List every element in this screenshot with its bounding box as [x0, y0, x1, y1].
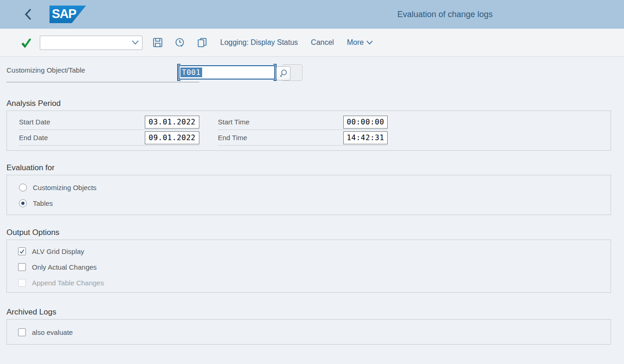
object-table-input[interactable]: T001	[179, 65, 275, 80]
end-time-input[interactable]: 14:42:31	[343, 131, 388, 144]
page-title: Evaluation of change logs	[397, 10, 493, 19]
selection-screen: Customizing Object/Table T001 Analysis P…	[0, 57, 624, 345]
more-label: More	[347, 38, 364, 47]
back-chevron-icon	[25, 8, 32, 20]
radio-icon[interactable]	[19, 184, 27, 191]
start-time-input[interactable]: 00:00:00	[343, 116, 388, 129]
back-button[interactable]	[21, 7, 35, 22]
checkbox-icon[interactable]	[18, 328, 26, 336]
toolbar: Logging: Display Status Cancel More	[0, 29, 624, 57]
label-underline	[6, 82, 199, 82]
start-date-label: Start Date	[19, 118, 145, 126]
selected-input-text: T001	[180, 68, 202, 77]
search-icon	[279, 69, 288, 78]
end-date-label: End Date	[19, 134, 145, 142]
object-table-row: Customizing Object/Table T001	[6, 57, 611, 86]
checkbox-label: Append Table Changes	[32, 279, 104, 287]
chevron-down-icon	[366, 40, 373, 45]
value-help-button[interactable]	[276, 66, 290, 80]
output-options-title: Output Options	[6, 228, 611, 237]
checkbox-icon[interactable]	[18, 263, 26, 271]
evaluation-for-box: Customizing Objects Tables	[6, 175, 611, 215]
save-icon[interactable]	[153, 37, 163, 48]
checkbox-label: Only Actual Changes	[32, 263, 97, 271]
analysis-period-left-column: Start Date 03.01.2022 End Date 09.01.202…	[19, 114, 199, 150]
analysis-period-title: Analysis Period	[6, 99, 611, 108]
start-date-input[interactable]: 03.01.2022	[145, 116, 199, 129]
output-options-box: ALV Grid Display Only Actual Changes App…	[6, 240, 611, 293]
start-time-label: Start Time	[218, 118, 343, 126]
checkbox-only-actual-changes[interactable]: Only Actual Changes	[18, 259, 611, 275]
logging-display-status-button[interactable]: Logging: Display Status	[220, 38, 298, 47]
radio-label: Tables	[33, 199, 53, 207]
analysis-period-right-column: Start Time 00:00:00 End Time 14:42:31	[218, 114, 388, 150]
checkbox-label: also evaluate	[32, 328, 73, 336]
cancel-button[interactable]: Cancel	[311, 38, 334, 47]
radio-tables[interactable]: Tables	[19, 195, 611, 211]
radio-customizing-objects[interactable]: Customizing Objects	[19, 179, 611, 195]
sap-logo: SAP	[49, 6, 86, 23]
command-input[interactable]	[40, 36, 126, 49]
archived-logs-title: Archived Logs	[6, 308, 611, 317]
app-header: SAP Evaluation of change logs	[0, 0, 624, 29]
chevron-down-icon[interactable]	[132, 40, 139, 45]
evaluation-for-title: Evaluation for	[6, 163, 611, 173]
more-menu-button[interactable]: More	[347, 38, 373, 47]
enter-ok-icon[interactable]	[21, 37, 32, 48]
radio-selected-icon[interactable]	[19, 199, 27, 207]
sap-logo-text: SAP	[52, 7, 76, 21]
copy-icon[interactable]	[197, 37, 207, 48]
command-field[interactable]	[40, 36, 142, 50]
end-date-input[interactable]: 09.01.2022	[145, 131, 199, 144]
checkbox-disabled-icon	[18, 279, 26, 287]
start-time-row: Start Time 00:00:00	[218, 114, 388, 130]
display-status-clock-icon[interactable]	[175, 37, 185, 48]
analysis-period-box: Start Date 03.01.2022 End Date 09.01.202…	[6, 111, 611, 151]
checkbox-alv-grid-display[interactable]: ALV Grid Display	[18, 243, 611, 259]
check-mark-icon	[19, 248, 25, 254]
checkbox-also-evaluate[interactable]: also evaluate	[18, 324, 611, 340]
radio-label: Customizing Objects	[33, 184, 97, 191]
checkbox-checked-icon[interactable]	[18, 247, 26, 255]
end-time-label: End Time	[218, 134, 343, 142]
archived-logs-box: also evaluate	[6, 319, 611, 345]
object-table-label: Customizing Object/Table	[6, 66, 85, 74]
checkbox-append-table-changes: Append Table Changes	[18, 275, 611, 290]
checkbox-label: ALV Grid Display	[32, 247, 84, 255]
start-date-row: Start Date 03.01.2022	[19, 114, 199, 130]
end-time-row: End Time 14:42:31	[218, 130, 388, 146]
end-date-row: End Date 09.01.2022	[19, 130, 199, 146]
